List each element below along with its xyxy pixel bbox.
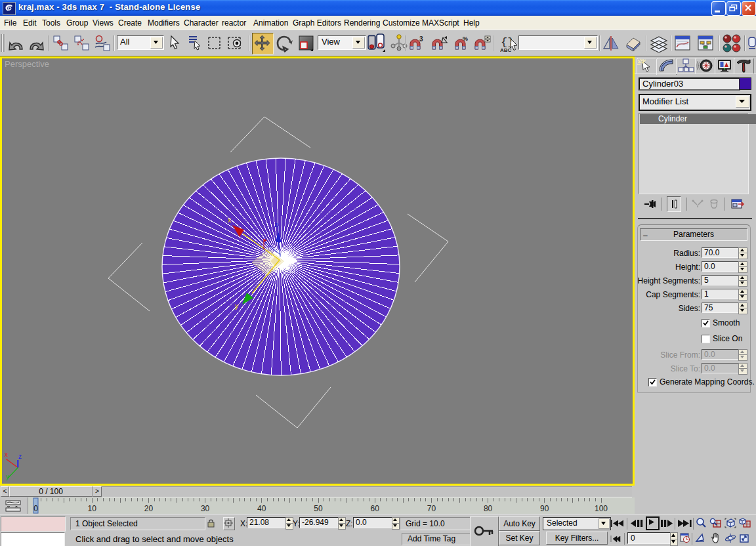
svg-text:20: 20: [144, 504, 154, 513]
svg-text:3: 3: [419, 35, 423, 43]
svg-text:30: 30: [201, 504, 210, 513]
svg-text:100: 100: [595, 504, 608, 513]
svg-text:10: 10: [88, 504, 97, 513]
svg-text:80: 80: [484, 504, 493, 513]
svg-text:50: 50: [314, 504, 323, 513]
svg-text:x: x: [228, 216, 232, 224]
svg-text:%: %: [463, 35, 468, 42]
svg-text:y: y: [6, 473, 9, 480]
svg-text:0: 0: [33, 504, 38, 513]
svg-text:y: y: [235, 302, 239, 310]
svg-text:70: 70: [427, 504, 436, 513]
svg-text:z: z: [274, 220, 278, 228]
svg-text:x: x: [5, 451, 8, 458]
svg-text:ABC: ABC: [500, 47, 512, 53]
svg-text:90: 90: [540, 504, 549, 513]
svg-text:40: 40: [257, 504, 266, 513]
svg-text:z: z: [18, 453, 22, 460]
svg-text:60: 60: [371, 504, 380, 513]
